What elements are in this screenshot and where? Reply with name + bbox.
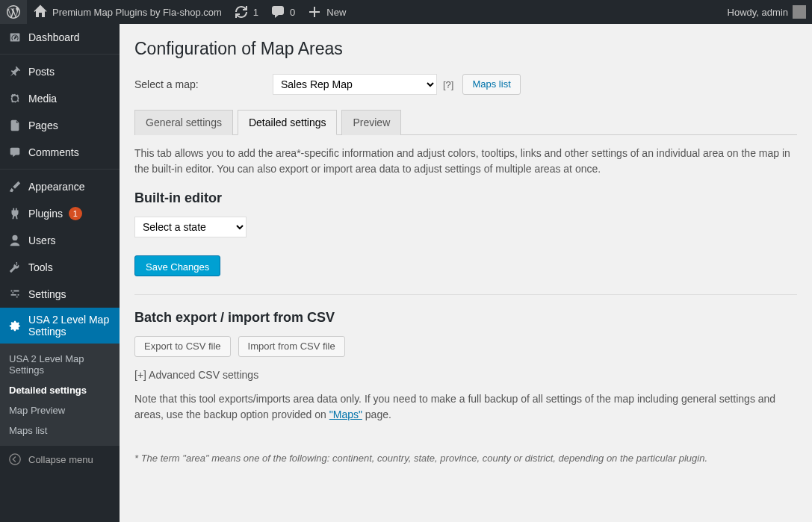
maps-list-button[interactable]: Maps list	[462, 74, 520, 95]
csv-note: Note that this tool exports/imports area…	[134, 391, 797, 423]
menu-usa-map[interactable]: USA 2 Level Map Settings	[0, 308, 120, 344]
map-select[interactable]: Sales Rep Map	[273, 74, 437, 95]
media-icon	[7, 91, 22, 106]
new-content[interactable]: New	[301, 0, 352, 24]
state-select[interactable]: Select a state	[134, 217, 247, 237]
new-label: New	[326, 7, 346, 18]
page-title: Configuration of Map Areas	[134, 39, 797, 59]
dashboard-icon	[7, 30, 22, 45]
updates[interactable]: 1	[228, 0, 264, 24]
update-icon	[234, 4, 249, 19]
wordpress-icon	[6, 4, 21, 19]
menu-comments[interactable]: Comments	[0, 139, 120, 166]
menu-users[interactable]: Users	[0, 227, 120, 254]
wrench-icon	[7, 260, 22, 275]
page-icon	[7, 118, 22, 133]
svg-point-0	[10, 454, 20, 464]
site-title-text: Premium Map Plugins by Fla-shop.com	[52, 7, 222, 18]
advanced-csv-toggle[interactable]: [+] Advanced CSV settings	[134, 369, 797, 381]
maps-link[interactable]: "Maps"	[329, 408, 362, 420]
updates-count: 1	[253, 7, 258, 18]
menu-pages[interactable]: Pages	[0, 112, 120, 139]
plug-icon	[7, 206, 22, 221]
home-icon	[33, 4, 48, 19]
comments-count: 0	[290, 7, 295, 18]
divider	[134, 294, 797, 295]
menu-appearance[interactable]: Appearance	[0, 173, 120, 200]
menu-settings[interactable]: Settings	[0, 281, 120, 308]
save-button[interactable]: Save Changes	[134, 255, 220, 276]
menu-tools[interactable]: Tools	[0, 254, 120, 281]
plugins-badge: 1	[69, 207, 82, 220]
pin-icon	[7, 64, 22, 79]
gear-icon	[7, 318, 22, 333]
submenu-usa-map: USA 2 Level Map Settings Detailed settin…	[0, 344, 120, 446]
submenu-settings[interactable]: USA 2 Level Map Settings	[0, 349, 120, 380]
comments-bar[interactable]: 0	[264, 0, 301, 24]
menu-dashboard[interactable]: Dashboard	[0, 24, 120, 51]
comment-bubble-icon	[270, 4, 285, 19]
menu-plugins[interactable]: Plugins 1	[0, 200, 120, 227]
editor-heading: Built-in editor	[134, 190, 797, 206]
admin-sidebar: Dashboard Posts Media Pages Comments App…	[0, 24, 120, 522]
select-map-label: Select a map:	[134, 78, 273, 90]
plus-icon	[307, 4, 322, 19]
tab-preview[interactable]: Preview	[341, 110, 401, 135]
main-content: Configuration of Map Areas Select a map:…	[120, 24, 812, 522]
site-name[interactable]: Premium Map Plugins by Fla-shop.com	[27, 0, 228, 24]
tab-description: This tab allows you to add the area*-spe…	[134, 146, 797, 177]
avatar-icon	[793, 5, 806, 19]
export-csv-button[interactable]: Export to CSV file	[134, 336, 231, 357]
menu-media[interactable]: Media	[0, 85, 120, 112]
tab-general[interactable]: General settings	[134, 110, 233, 135]
submenu-detailed[interactable]: Detailed settings	[0, 380, 120, 400]
tab-detailed[interactable]: Detailed settings	[238, 110, 338, 135]
comments-icon	[7, 145, 22, 160]
footnote: * The term "area" means one of the follo…	[134, 453, 797, 464]
user-greeting[interactable]: Howdy, admin	[722, 0, 812, 24]
menu-posts[interactable]: Posts	[0, 58, 120, 85]
brush-icon	[7, 179, 22, 194]
submenu-maps-list[interactable]: Maps list	[0, 420, 120, 441]
import-csv-button[interactable]: Import from CSV file	[238, 336, 345, 357]
help-link[interactable]: [?]	[443, 79, 453, 90]
batch-heading: Batch export / import from CSV	[134, 310, 797, 326]
wp-logo[interactable]	[0, 0, 27, 24]
tab-nav: General settings Detailed settings Previ…	[134, 110, 797, 135]
sliders-icon	[7, 287, 22, 302]
user-icon	[7, 233, 22, 248]
collapse-menu[interactable]: Collapse menu	[0, 446, 120, 473]
greeting-text: Howdy, admin	[728, 7, 788, 18]
collapse-icon	[7, 452, 22, 467]
submenu-preview[interactable]: Map Preview	[0, 400, 120, 420]
